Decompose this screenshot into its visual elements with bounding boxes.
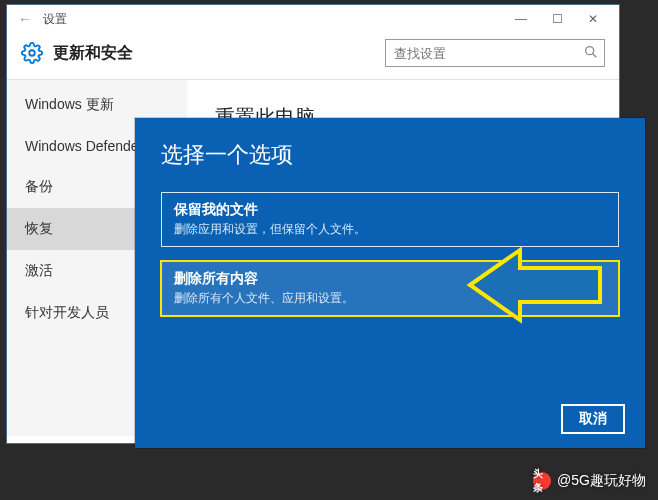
reset-modal: 选择一个选项 保留我的文件 删除应用和设置，但保留个人文件。 删除所有内容 删除… — [135, 118, 645, 448]
back-icon[interactable]: ← — [15, 9, 35, 29]
modal-title: 选择一个选项 — [161, 140, 619, 170]
option-title: 保留我的文件 — [174, 201, 606, 219]
watermark-text: @5G趣玩好物 — [557, 472, 646, 490]
minimize-button[interactable]: — — [503, 7, 539, 31]
option-remove-everything[interactable]: 删除所有内容 删除所有个人文件、应用和设置。 — [161, 261, 619, 316]
watermark: 头条 @5G趣玩好物 — [533, 472, 646, 490]
option-keep-files[interactable]: 保留我的文件 删除应用和设置，但保留个人文件。 — [161, 192, 619, 247]
watermark-logo-icon: 头条 — [533, 472, 551, 490]
svg-point-1 — [586, 47, 594, 55]
gear-icon — [21, 42, 43, 64]
svg-line-2 — [593, 54, 597, 58]
maximize-button[interactable]: ☐ — [539, 7, 575, 31]
option-desc: 删除应用和设置，但保留个人文件。 — [174, 221, 606, 238]
page-title: 更新和安全 — [53, 43, 133, 64]
search-wrap — [385, 39, 605, 67]
window-title: 设置 — [43, 11, 67, 28]
option-desc: 删除所有个人文件、应用和设置。 — [174, 290, 606, 307]
titlebar: ← 设置 — ☐ ✕ — [7, 5, 619, 33]
search-icon[interactable] — [583, 44, 599, 63]
cancel-button[interactable]: 取消 — [561, 404, 625, 434]
search-input[interactable] — [385, 39, 605, 67]
header: 更新和安全 — [7, 33, 619, 80]
option-title: 删除所有内容 — [174, 270, 606, 288]
close-button[interactable]: ✕ — [575, 7, 611, 31]
svg-point-0 — [29, 50, 35, 56]
